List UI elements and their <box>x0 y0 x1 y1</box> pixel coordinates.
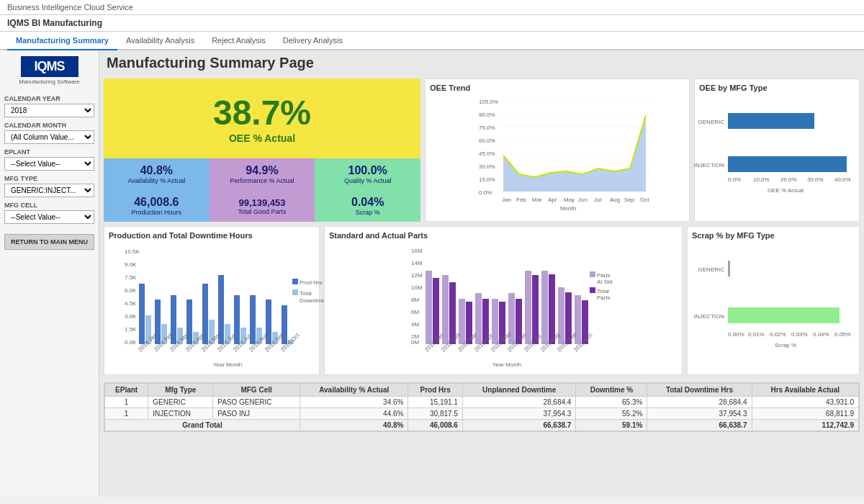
bar-std-1 <box>426 271 432 344</box>
svg-text:Prod Hrs: Prod Hrs <box>300 279 323 286</box>
cell-avail-1: 34.6% <box>300 397 408 408</box>
svg-text:Scrap %: Scrap % <box>775 342 796 348</box>
svg-text:0.01%: 0.01% <box>748 331 765 338</box>
scrap-mfg-chart: Scrap % by MFG Type GENERIC INJECTION 0.… <box>687 226 860 375</box>
filter-eplant: EPLANT --Select Value-- <box>4 148 94 171</box>
legend-dt-icon <box>292 289 298 295</box>
svg-text:7.5K: 7.5K <box>125 274 137 281</box>
svg-text:90.0%: 90.0% <box>479 112 495 118</box>
col-hrs-avail: Hrs Available Actual <box>752 384 859 397</box>
kpi-scrap-label: Scrap % <box>356 209 380 216</box>
return-main-menu-button[interactable]: RETURN TO MAIN MENU <box>4 234 94 250</box>
svg-text:45.0%: 45.0% <box>479 150 495 157</box>
tab-availability-analysis[interactable]: Availability Analysis <box>117 32 203 50</box>
cell-downtimepct-2: 55.2% <box>576 408 647 420</box>
scrap-mfg-svg: GENERIC INJECTION 0.00% 0.01% 0.02% 0.03… <box>692 243 858 369</box>
filter-mfg-cell-select[interactable]: --Select Value-- <box>4 210 94 224</box>
kpi-top: 38.7% OEE % Actual <box>104 78 420 158</box>
cell-totaldt-1: 28,684.4 <box>647 397 752 408</box>
tab-manufacturing-summary[interactable]: Manufacturing Summary <box>7 32 117 50</box>
svg-text:Jan: Jan <box>502 197 511 203</box>
std-actual-svg: 16M 14M 12M 10M 8M 6M 4M 2M 0M <box>329 243 678 369</box>
filter-eplant-select[interactable]: --Select Value-- <box>4 157 94 171</box>
filter-calendar-year-select[interactable]: 2018 <box>4 104 94 117</box>
kpi-oee-label: OEE % Actual <box>229 132 295 144</box>
cell-eplant-2: 1 <box>105 408 148 420</box>
svg-text:105.0%: 105.0% <box>479 99 498 105</box>
svg-text:0.0%: 0.0% <box>728 176 741 183</box>
oee-mfg-chart: OEE by MFG Type GENERIC INJECTION 0.0% 1… <box>694 78 860 222</box>
svg-text:Sep: Sep <box>624 197 635 203</box>
kpi-bottom: 40.8% Availability % Actual 94.9% Perfor… <box>104 158 420 190</box>
grand-downtimepct: 59.1% <box>576 420 647 431</box>
top-bar: Business Intelligence Cloud Service <box>0 0 864 15</box>
svg-text:Jun: Jun <box>578 197 588 203</box>
svg-text:0.0K: 0.0K <box>125 339 137 346</box>
prod-downtime-svg: 10.5K 9.0K 7.5K 6.0K 4.5K 3.0K 1.5K 0.0K <box>109 243 318 369</box>
svg-text:30.0%: 30.0% <box>807 176 824 183</box>
svg-text:0.0%: 0.0% <box>479 189 492 196</box>
kpi-prod-hours-label: Production Hours <box>132 209 182 216</box>
tab-reject-analysis[interactable]: Reject Analysis <box>203 32 274 50</box>
svg-text:60.0%: 60.0% <box>479 138 495 144</box>
col-prod-hrs: Prod Hrs <box>408 384 462 397</box>
svg-text:15.0%: 15.0% <box>479 176 495 183</box>
svg-text:Parts: Parts <box>597 294 611 301</box>
kpi-availability-label: Availability % Actual <box>127 177 185 184</box>
svg-text:Mar: Mar <box>532 197 542 203</box>
col-avail: Availability % Actual <box>300 384 408 397</box>
svg-text:10.0%: 10.0% <box>753 176 770 183</box>
table-row: 1 INJECTION PASO INJ 44.6% 30,817.5 37,9… <box>105 408 859 420</box>
svg-text:Feb: Feb <box>516 197 526 203</box>
svg-text:0M: 0M <box>411 339 419 346</box>
page-title: Manufacturing Summary Page <box>104 55 860 71</box>
scrap-injection-bar <box>728 307 840 323</box>
svg-text:3.0K: 3.0K <box>125 313 137 320</box>
svg-text:Parts: Parts <box>597 272 611 279</box>
grand-total-label: Grand Total <box>105 420 300 431</box>
kpi-performance-label: Performance % Actual <box>230 177 294 184</box>
filter-calendar-month-select[interactable]: (All Column Value... <box>4 130 94 144</box>
svg-text:INJECTION: INJECTION <box>694 313 724 320</box>
filter-mfg-type-label: MFG TYPE <box>4 175 94 182</box>
bar-std-2 <box>442 275 449 344</box>
svg-text:0.04%: 0.04% <box>813 331 829 338</box>
bar-prod-1 <box>139 284 145 344</box>
filter-calendar-month-label: CALENDAR MONTH <box>4 122 94 129</box>
data-table: EPlant Mfg Type MFG Cell Availability % … <box>104 382 860 432</box>
svg-text:0.00%: 0.00% <box>728 331 744 338</box>
cell-prodhrs-1: 15,191.1 <box>408 397 462 408</box>
kpi-good-parts-label: Total Good Parts <box>238 208 286 215</box>
grand-prodhrs: 46,008.6 <box>408 420 462 431</box>
svg-text:Year Month: Year Month <box>213 361 243 368</box>
kpi-quality-label: Quality % Actual <box>344 177 392 184</box>
cell-avail-2: 44.6% <box>300 408 408 420</box>
oee-trend-line <box>503 115 646 177</box>
content-area: Manufacturing Summary Page 38.7% OEE % A… <box>99 50 864 497</box>
grand-hrsavail: 112,742.9 <box>752 420 859 431</box>
filter-mfg-type-select[interactable]: GENERIC:INJECT... <box>4 184 94 197</box>
oee-mfg-svg: GENERIC INJECTION 0.0% 10.0% 20.0% 30.0%… <box>699 95 850 210</box>
cell-eplant-1: 1 <box>105 397 148 408</box>
filter-calendar-year-label: CALENDAR YEAR <box>4 95 94 102</box>
svg-text:0.02%: 0.02% <box>770 331 786 338</box>
scrap-generic-bar <box>728 261 730 276</box>
cell-unplanned-2: 37,954.3 <box>462 408 575 420</box>
kpi-performance: 94.9% Performance % Actual <box>210 158 315 190</box>
tab-delivery-analysis[interactable]: Delivery Analysis <box>274 32 351 50</box>
svg-text:10M: 10M <box>411 284 423 291</box>
std-actual-title: Standard and Actual Parts <box>329 231 678 240</box>
col-eplant: EPlant <box>105 384 148 397</box>
filter-mfg-type: MFG TYPE GENERIC:INJECT... <box>4 175 94 197</box>
top-row: 38.7% OEE % Actual 40.8% Availability % … <box>104 78 860 222</box>
svg-text:14M: 14M <box>411 260 423 266</box>
svg-text:40.0%: 40.0% <box>834 176 851 183</box>
std-actual-chart: Standard and Actual Parts 16M 14M 12M 10… <box>324 226 683 375</box>
legend-prod-icon <box>292 279 298 284</box>
svg-text:Jul: Jul <box>594 197 601 203</box>
logo-sub: Manufacturing Software <box>19 78 80 85</box>
kpi-scrap: 0.04% Scrap % <box>315 190 420 222</box>
svg-text:75.0%: 75.0% <box>479 125 495 131</box>
col-mfg-type: Mfg Type <box>148 384 213 397</box>
svg-text:GENERIC: GENERIC <box>698 119 725 125</box>
